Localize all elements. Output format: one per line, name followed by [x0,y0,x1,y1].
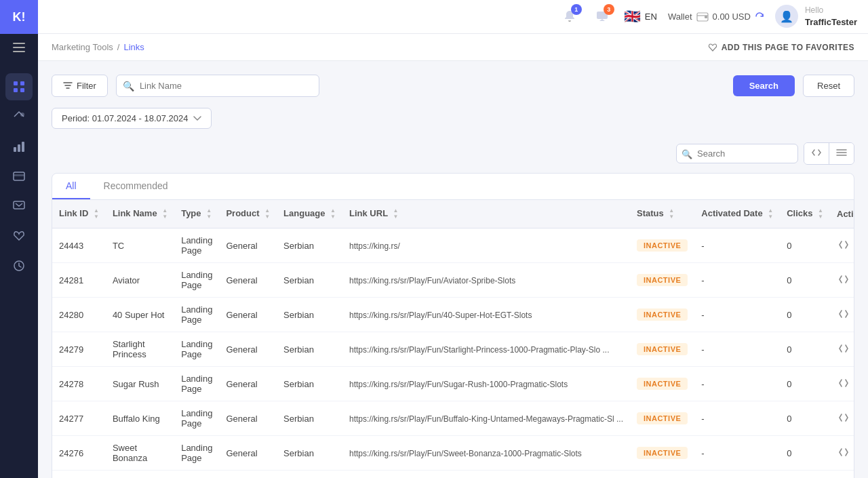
notification-count-2: 3 [604,4,614,15]
cell-activated-date: - [694,367,780,401]
cell-product: General [219,332,277,367]
action-code-icon[interactable] [837,412,850,426]
action-code-icon[interactable] [837,377,850,391]
svg-rect-12 [14,174,24,176]
cell-activated-date: - [694,298,780,332]
cell-language: Serbian [277,263,342,298]
action-code-icon[interactable] [837,239,850,253]
top-header: 1 3 🇬🇧 EN Wallet [38,0,868,34]
sidebar-item-campaigns[interactable] [5,103,33,130]
cell-status: INACTIVE [630,332,694,367]
breadcrumb-bar: Marketing Tools / Links ADD THIS PAGE TO… [38,34,868,61]
language-switcher[interactable]: 🇬🇧 EN [624,8,657,24]
col-link-url: Link URL ▲▼ [342,200,630,228]
cell-actions [830,367,854,401]
notification-bell[interactable]: 1 [559,5,580,27]
col-product: Product ▲▼ [219,200,277,228]
table-search-icon: 🔍 [682,148,692,159]
table-row: 23752 SportsBook Landing Page General Se… [52,471,854,478]
sidebar-nav [0,68,38,285]
refresh-icon[interactable] [755,12,764,21]
cell-status: INACTIVE [630,436,694,471]
view-list-btn[interactable] [829,143,854,164]
sidebar-item-favorites[interactable] [5,222,33,250]
cell-language: Serbian [277,228,342,263]
action-code-icon[interactable] [837,273,850,287]
col-actions: Actions [830,200,854,228]
user-section[interactable]: 👤 Hello TrafficTester [775,5,857,28]
cell-type: Landing Page [174,401,219,436]
table-row: 24281 Aviator Landing Page General Serbi… [52,263,854,298]
user-hello: Hello [805,5,857,16]
cell-activated-date: - [694,401,780,436]
search-button[interactable]: Search [733,75,795,96]
action-code-icon[interactable] [837,342,850,357]
content-area: Filter 🔍 Search Reset Period: 01.07.2024… [38,61,868,478]
filter-button[interactable]: Filter [52,75,108,97]
col-link-name: Link Name ▲▼ [106,200,174,228]
status-badge: INACTIVE [637,412,688,424]
cell-status: INACTIVE [630,263,694,298]
sidebar-item-billing[interactable] [5,163,33,190]
action-code-icon[interactable] [837,446,850,460]
table-row: 24278 Sugar Rush Landing Page General Se… [52,367,854,401]
svg-rect-13 [14,201,24,209]
sidebar-item-messages[interactable] [5,193,33,220]
cell-clicks: 0 [780,436,830,471]
cell-clicks: 0 [780,332,830,367]
cell-link-id: 24276 [52,436,106,471]
cell-type: Landing Page [174,298,219,332]
links-table: All Recommended Link ID ▲▼ Link Name ▲▼ [52,173,854,478]
cell-product: General [219,401,277,436]
filter-row: Filter 🔍 Search Reset [52,75,854,97]
svg-point-7 [20,113,24,117]
tab-recommended[interactable]: Recommended [90,174,182,199]
sidebar-item-dashboard[interactable] [5,73,33,100]
view-toggle [804,142,854,165]
cell-language: Serbian [277,332,342,367]
cell-product: General [219,298,277,332]
cell-link-url: https://king.rs/sr/Play/Fun/Starlight-Pr… [342,332,630,367]
cell-link-url: https://king.rs/sr/Play/Fun/Sugar-Rush-1… [342,367,630,401]
link-name-input[interactable] [116,75,319,97]
data-table: Link ID ▲▼ Link Name ▲▼ Type ▲▼ Produc [52,200,854,478]
status-badge: INACTIVE [637,447,688,459]
table-controls: 🔍 [52,142,854,165]
action-code-icon[interactable] [837,308,850,322]
hamburger-menu[interactable] [0,34,38,61]
period-selector[interactable]: Period: 01.07.2024 - 18.07.2024 [52,108,212,129]
wallet-label: Wallet [668,12,692,22]
cell-actions [830,228,854,263]
notification-chat[interactable]: 3 [591,5,613,27]
cell-link-id: 24281 [52,263,106,298]
cell-link-id: 24278 [52,367,106,401]
breadcrumb-parent[interactable]: Marketing Tools [52,42,113,52]
reset-button[interactable]: Reset [803,75,854,97]
sidebar-item-analytics[interactable] [5,133,33,160]
cell-product: General [219,263,277,298]
cell-language: Serbian [277,401,342,436]
col-clicks: Clicks ▲▼ [780,200,830,228]
cell-link-url: https://king.rs/sr/Play/Fun/Sweet-Bonanz… [342,436,630,471]
add-favorites-btn[interactable]: ADD THIS PAGE TO FAVORITES [708,43,854,52]
table-tabs: All Recommended [52,174,854,200]
cell-language: Serbian [277,367,342,401]
table-row: 24279 Starlight Princess Landing Page Ge… [52,332,854,367]
filter-btn-label: Filter [77,81,96,91]
tab-all[interactable]: All [52,174,90,199]
cell-actions [830,263,854,298]
table-row: 24277 Buffalo King Landing Page General … [52,401,854,436]
cell-link-url: https://king.rs/sr/Play/Fun/40-Super-Hot… [342,298,630,332]
main-content: 1 3 🇬🇧 EN Wallet [38,0,868,478]
cell-activated-date: - [694,471,780,478]
avatar: 👤 [775,5,798,28]
sidebar-item-history[interactable] [5,252,33,279]
notification-count-1: 1 [571,4,582,15]
add-favorites-label: ADD THIS PAGE TO FAVORITES [722,43,854,52]
view-code-btn[interactable] [804,143,829,164]
cell-actions [830,471,854,478]
cell-language: Serbian [277,471,342,478]
status-badge: INACTIVE [637,343,688,355]
breadcrumb-current: Links [123,42,144,52]
table-search-input[interactable] [676,144,798,163]
